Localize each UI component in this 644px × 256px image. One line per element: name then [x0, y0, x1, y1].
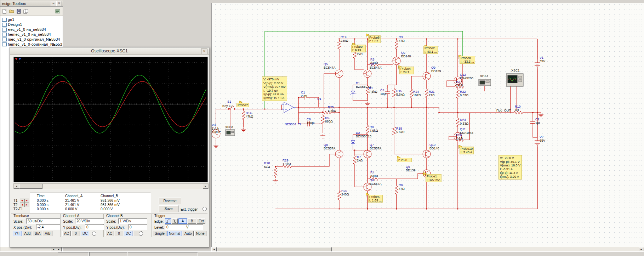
design-toolbox-titlebar[interactable]: esign Toolbox – ×: [0, 0, 63, 7]
rising-edge-icon[interactable]: [165, 218, 171, 224]
tree-item[interactable]: Design1: [1, 22, 62, 27]
channel-b-scale-label: Scale:: [106, 220, 116, 223]
btn-normal[interactable]: Normal: [167, 231, 182, 236]
channel-b-title: Channel B: [106, 214, 123, 218]
btn-ac[interactable]: AC: [62, 231, 71, 236]
schematic-canvas[interactable]: [211, 3, 644, 247]
design-toolbox-toolbar: [0, 7, 63, 16]
channel-b-coupling-buttons: AC0DC-: [106, 231, 142, 236]
scope-scrollbar[interactable]: ◄ ►: [13, 183, 209, 189]
tree-item-label: mec_v1_0-оригинал_NE5534: [8, 37, 60, 41]
copy-icon[interactable]: [23, 8, 29, 14]
sheet-icon: [2, 28, 7, 32]
status-cell: [58, 252, 89, 256]
cursor-right-arrow[interactable]: ►: [24, 203, 29, 207]
toolbox-scrollbar[interactable]: ◄ ►: [0, 247, 62, 252]
trigger-edge-buttons: ABExt: [165, 218, 206, 224]
oscilloscope-title: Oscilloscope-XSC1: [91, 49, 127, 53]
status-cell: [128, 252, 198, 256]
scroll-thumb[interactable]: [19, 184, 42, 189]
channel-b-radio[interactable]: [139, 232, 143, 236]
btn-auto[interactable]: Auto: [183, 231, 194, 236]
scroll-left-icon[interactable]: ◄: [14, 184, 19, 189]
cursor-right-arrow[interactable]: ►: [24, 199, 29, 203]
btn-0[interactable]: 0: [115, 231, 123, 236]
readout-time: 0.000 s: [37, 199, 49, 203]
channel-a-radio[interactable]: [92, 232, 96, 236]
btn-a-b[interactable]: A/B: [43, 231, 52, 236]
channel-a-title: Channel A: [63, 214, 79, 218]
timebase-mode-buttons: Y/TAddB/AA/B: [13, 231, 53, 236]
sheet-icon: [2, 42, 7, 46]
design-tree: gn1Design1мес_v1_0-на_ne5534hemec_v1_0-н…: [0, 16, 63, 48]
save-button[interactable]: Save: [159, 205, 178, 212]
multisim-main-window: R19240ΩR22kΩR347ΩR6330ΩQ5BC547AQ3BC547AQ…: [0, 0, 644, 256]
close-icon[interactable]: ×: [201, 49, 207, 54]
minimize-icon[interactable]: –: [51, 1, 56, 6]
sheet-icon: [2, 18, 7, 22]
tree-item-label: hemec_v1_0-на_ne5534: [8, 32, 51, 36]
tree-item[interactable]: mec_v1_0-оригинал_NE5534: [1, 37, 62, 42]
cursor-left-arrow[interactable]: ◄: [20, 203, 24, 207]
btn-none[interactable]: None: [194, 231, 206, 236]
statusbar: [0, 251, 644, 256]
channel-a-ypos-field[interactable]: 0: [85, 224, 104, 230]
oscilloscope-titlebar[interactable]: Oscilloscope-XSC1 ×: [10, 47, 209, 55]
close-icon[interactable]: ×: [56, 1, 62, 6]
tree-item[interactable]: мес_v1_0-на_ne5534: [1, 27, 62, 32]
btn-0[interactable]: 0: [72, 231, 80, 236]
tree-item-label: Design1: [8, 22, 22, 27]
cursor-left-arrow[interactable]: ◄: [20, 199, 24, 203]
cursor-t1-marker: [15, 58, 18, 60]
btn-y-t[interactable]: Y/T: [13, 231, 22, 236]
sheet-icon: [2, 23, 7, 27]
btn-a[interactable]: A: [178, 218, 187, 224]
btn-add[interactable]: Add: [23, 231, 33, 236]
tree-item-label: hemec_v1_0-оригинал_NE5534: [8, 42, 62, 46]
channel-b-ypos-field[interactable]: 0: [128, 224, 147, 230]
readout-time: 0.000 s: [37, 207, 49, 211]
readout-channel-a: 21.461 V: [65, 203, 79, 207]
btn-single[interactable]: Single: [153, 231, 166, 236]
btn-dc[interactable]: DC: [124, 231, 132, 236]
channel-b-scale-field[interactable]: 1 V/Div: [118, 218, 147, 224]
readout-channel-b: 951.366 mV: [101, 199, 120, 203]
channel-a-ypos-label: Y pos.(Div):: [63, 226, 81, 229]
open-icon[interactable]: [8, 8, 15, 14]
ext-trigger-radio[interactable]: [203, 207, 207, 211]
cursor-t2-marker: [18, 58, 21, 60]
trigger-edge-label: Edge:: [154, 220, 164, 223]
tree-item[interactable]: gn1: [1, 17, 62, 22]
tree-item-label: мес_v1_0-на_ne5534: [8, 27, 46, 32]
canvas-hscrollbar[interactable]: ◄ ►: [211, 247, 644, 252]
falling-edge-icon[interactable]: [172, 218, 178, 224]
new-icon[interactable]: [1, 8, 8, 14]
trigger-level-unit-field[interactable]: V: [185, 224, 203, 230]
channel-b-ypos-label: Y pos.(Div):: [106, 226, 125, 229]
ext-trigger-label: Ext. trigger: [181, 207, 198, 211]
tree-item[interactable]: hemec_v1_0-на_ne5534: [1, 32, 62, 37]
btn-dc[interactable]: DC: [81, 231, 89, 236]
btn-b[interactable]: B: [188, 218, 196, 224]
btn-ac[interactable]: AC: [106, 231, 114, 236]
tree-item[interactable]: hemec_v1_0-оригинал_NE5534: [1, 42, 62, 47]
trigger-level-field[interactable]: 0: [165, 224, 186, 230]
scope-grid: [14, 57, 207, 182]
board-icon[interactable]: [55, 8, 61, 14]
tree-item-label: gn1: [8, 17, 14, 22]
readout-col-channel-b: Channel_B: [101, 194, 118, 198]
save-icon[interactable]: [16, 8, 22, 14]
timebase-title: Timebase: [13, 214, 29, 218]
readout-col-channel-a: Channel_A: [65, 194, 82, 198]
trigger-title: Trigger: [154, 214, 165, 218]
reverse-button[interactable]: Reverse: [159, 198, 181, 204]
timebase-xpos-field[interactable]: -2.4: [36, 224, 60, 230]
scroll-right-icon[interactable]: ►: [203, 184, 208, 189]
btn-b-a[interactable]: B/A: [33, 231, 42, 236]
channel-a-scale-field[interactable]: 20 V/Div: [75, 218, 104, 224]
readout-time: 0.000 s: [37, 203, 49, 207]
readout-channel-b: 951.366 mV: [101, 203, 120, 207]
timebase-scale-field[interactable]: 50 us/Div: [26, 218, 60, 224]
timebase-scale-label: Scale:: [13, 220, 23, 223]
btn-ext[interactable]: Ext: [197, 218, 205, 224]
